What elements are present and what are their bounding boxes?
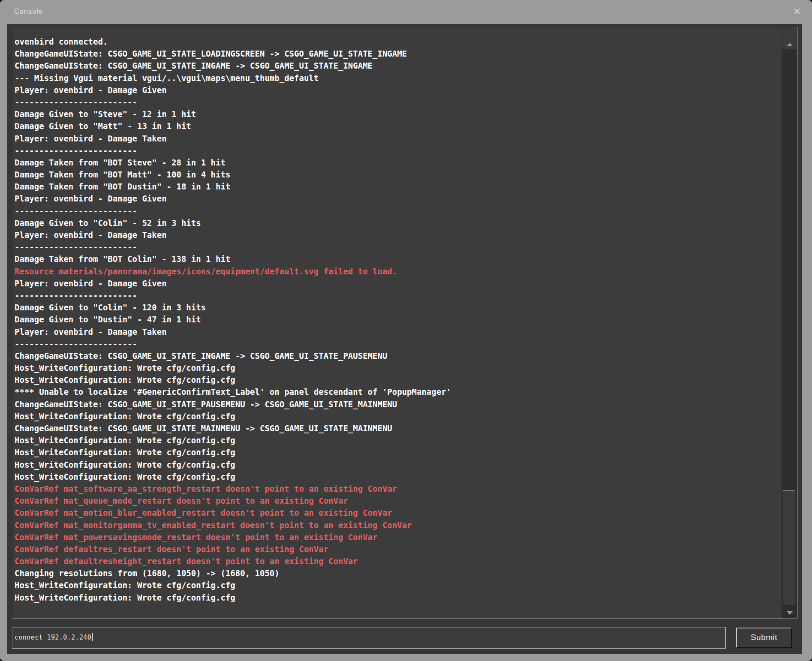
console-line: ConVarRef mat_queue_mode_restart doesn't…: [15, 495, 782, 507]
console-line: ConVarRef mat_monitorgamma_tv_enabled_re…: [15, 519, 782, 531]
submit-button[interactable]: Submit: [736, 628, 792, 648]
console-log: ovenbird connected.ChangeGameUIState: CS…: [12, 27, 782, 619]
titlebar[interactable]: Console ✕: [0, 0, 812, 24]
console-line: Player: ovenbird - Damage Taken: [15, 132, 782, 144]
console-line: Damage Given to "Dustin" - 47 in 1 hit: [15, 313, 782, 325]
window-title: Console: [14, 0, 43, 23]
console-line: Changing resolutions from (1680, 1050) -…: [15, 567, 782, 579]
console-line: -------------------------: [15, 289, 782, 301]
console-line: Player: ovenbird - Damage Taken: [15, 326, 782, 338]
console-line: Host_WriteConfiguration: Wrote cfg/confi…: [15, 446, 782, 458]
console-line: Host_WriteConfiguration: Wrote cfg/confi…: [15, 410, 782, 422]
console-line: Damage Given to "Colin" - 120 in 3 hits: [15, 301, 782, 313]
scroll-down-button[interactable]: [782, 607, 797, 619]
console-line: ChangeGameUIState: CSGO_GAME_UI_STATE_MA…: [15, 422, 782, 434]
console-line: **** Unable to localize '#GenericConfirm…: [15, 386, 782, 398]
console-line: ChangeGameUIState: CSGO_GAME_UI_STATE_IN…: [15, 350, 782, 362]
console-line: Player: ovenbird - Damage Taken: [15, 229, 782, 241]
scrollbar[interactable]: [782, 27, 797, 619]
console-line: -------------------------: [15, 96, 782, 108]
console-line: ConVarRef mat_software_aa_strength_resta…: [15, 483, 782, 495]
console-line: Host_WriteConfiguration: Wrote cfg/confi…: [15, 459, 782, 471]
console-line: Player: ovenbird - Damage Given: [15, 84, 782, 96]
console-output[interactable]: ovenbird connected.ChangeGameUIState: CS…: [12, 27, 797, 619]
command-input-value: connect 192.0.2.240: [12, 628, 725, 648]
console-line: Damage Given to "Steve" - 12 in 1 hit: [15, 108, 782, 120]
console-line: ovenbird connected.: [15, 36, 782, 48]
console-line: --- Missing Vgui material vgui/..\vgui\m…: [15, 72, 782, 84]
scroll-up-button[interactable]: [782, 27, 797, 49]
console-line: Player: ovenbird - Damage Given: [15, 192, 782, 204]
console-line: ChangeGameUIState: CSGO_GAME_UI_STATE_IN…: [15, 60, 782, 72]
console-line: Damage Taken from "BOT Matt" - 100 in 4 …: [15, 168, 782, 180]
command-input[interactable]: connect 192.0.2.240: [12, 627, 726, 649]
scrollbar-thumb[interactable]: [783, 490, 795, 605]
console-line: Host_WriteConfiguration: Wrote cfg/confi…: [15, 374, 782, 386]
window-content: ovenbird connected.ChangeGameUIState: CS…: [7, 24, 802, 654]
console-line: Resource materials/panorama/images/icons…: [15, 265, 782, 277]
console-line: Host_WriteConfiguration: Wrote cfg/confi…: [15, 579, 782, 591]
console-line: Damage Taken from "BOT Dustin" - 18 in 1…: [15, 180, 782, 192]
console-line: Damage Taken from "BOT Steve" - 28 in 1 …: [15, 156, 782, 168]
console-line: Damage Given to "Colin" - 52 in 3 hits: [15, 217, 782, 229]
console-line: -------------------------: [15, 338, 782, 350]
console-line: Damage Taken from "BOT Colin" - 138 in 1…: [15, 253, 782, 265]
console-line: -------------------------: [15, 144, 782, 156]
text-caret: [92, 633, 93, 641]
scroll-up-icon: [787, 43, 793, 46]
console-window: Console ✕ ovenbird connected.ChangeGameU…: [0, 0, 812, 661]
console-line: ChangeGameUIState: CSGO_GAME_UI_STATE_PA…: [15, 398, 782, 410]
console-line: ConVarRef defaultresheight_restart doesn…: [15, 555, 782, 567]
close-icon[interactable]: ✕: [793, 0, 801, 23]
console-line: ConVarRef mat_motion_blur_enabled_restar…: [15, 507, 782, 519]
console-line: Host_WriteConfiguration: Wrote cfg/confi…: [15, 434, 782, 446]
console-line: -------------------------: [15, 205, 782, 217]
console-line: Damage Given to "Matt" - 13 in 1 hit: [15, 120, 782, 132]
console-line: ChangeGameUIState: CSGO_GAME_UI_STATE_LO…: [15, 48, 782, 60]
console-line: Host_WriteConfiguration: Wrote cfg/confi…: [15, 471, 782, 483]
console-line: Host_WriteConfiguration: Wrote cfg/confi…: [15, 592, 782, 604]
console-line: ConVarRef mat_powersavingsmode_restart d…: [15, 531, 782, 543]
console-line: Host_WriteConfiguration: Wrote cfg/confi…: [15, 362, 782, 374]
console-line: Player: ovenbird - Damage Given: [15, 277, 782, 289]
console-line: -------------------------: [15, 241, 782, 253]
scroll-down-icon: [787, 611, 793, 615]
console-line: ConVarRef defaultres_restart doesn't poi…: [15, 543, 782, 555]
